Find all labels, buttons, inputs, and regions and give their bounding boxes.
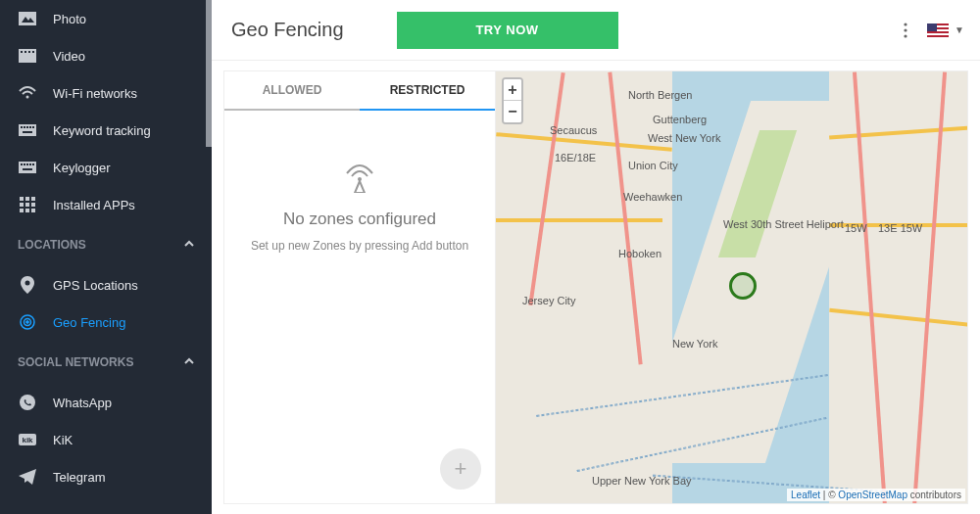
svg-rect-27 xyxy=(31,203,35,207)
osm-link[interactable]: OpenStreetMap xyxy=(838,490,907,500)
svg-rect-0 xyxy=(19,12,36,25)
topbar: Geo Fencing TRY NOW ▼ xyxy=(212,0,980,61)
zoom-in-button[interactable]: + xyxy=(504,79,521,101)
sidebar-item-label: Photo xyxy=(53,12,86,26)
svg-rect-15 xyxy=(19,162,36,173)
svg-rect-3 xyxy=(21,51,23,53)
page-title: Geo Fencing xyxy=(231,19,344,41)
svg-text:kik: kik xyxy=(22,436,33,444)
svg-rect-10 xyxy=(24,126,25,128)
sidebar-item-whatsapp[interactable]: WhatsApp xyxy=(0,384,212,421)
map-label: Upper New York Bay xyxy=(592,475,692,487)
plus-icon: + xyxy=(455,456,467,482)
zoom-control: + − xyxy=(502,77,523,124)
svg-rect-9 xyxy=(21,126,23,128)
empty-subtitle: Set up new Zones by pressing Add button xyxy=(251,239,468,253)
try-now-button[interactable]: TRY NOW xyxy=(397,12,618,49)
svg-point-38 xyxy=(904,23,906,25)
zones-tabs: ALLOWED RESTRICTED xyxy=(224,71,495,111)
sidebar: Photo Video Wi-Fi networks Keyword track… xyxy=(0,0,212,514)
map-label: North Bergen xyxy=(628,89,692,101)
more-menu-button[interactable] xyxy=(894,19,917,42)
tab-restricted[interactable]: RESTRICTED xyxy=(360,71,495,111)
language-selector[interactable]: ▼ xyxy=(927,23,964,37)
keyboard-icon xyxy=(18,124,37,136)
empty-title: No zones configured xyxy=(283,210,436,229)
keyboard-icon xyxy=(18,162,37,173)
svg-point-34 xyxy=(26,321,29,324)
empty-state: No zones configured Set up new Zones by … xyxy=(224,111,495,503)
svg-rect-29 xyxy=(25,209,29,212)
sidebar-item-label: Telegram xyxy=(53,470,105,485)
whatsapp-icon xyxy=(18,394,37,411)
zoom-out-button[interactable]: − xyxy=(504,101,521,122)
sidebar-scrollbar[interactable] xyxy=(206,0,212,147)
sidebar-item-keyword[interactable]: Keyword tracking xyxy=(0,112,212,149)
section-label: SOCIAL NETWORKS xyxy=(18,355,133,369)
sidebar-item-video[interactable]: Video xyxy=(0,37,212,74)
zones-panel: ALLOWED RESTRICTED No zones configured S… xyxy=(223,70,496,504)
sidebar-item-keylogger[interactable]: Keylogger xyxy=(0,149,212,186)
sidebar-item-kik[interactable]: kik KiK xyxy=(0,421,212,458)
map-label: 15W xyxy=(845,222,867,234)
svg-rect-20 xyxy=(32,164,34,165)
content: ALLOWED RESTRICTED No zones configured S… xyxy=(212,61,980,514)
map-label: Weehawken xyxy=(623,191,682,203)
svg-point-39 xyxy=(904,28,906,31)
sidebar-section-locations[interactable]: LOCATIONS xyxy=(0,223,212,266)
map-label: Jersey City xyxy=(522,295,575,306)
sidebar-item-photo[interactable]: Photo xyxy=(0,0,212,37)
svg-rect-14 xyxy=(23,131,32,133)
us-flag-icon xyxy=(927,23,949,37)
svg-rect-26 xyxy=(25,203,29,207)
map[interactable]: North BergenSecaucusGuttenbergWest New Y… xyxy=(496,70,968,504)
sidebar-top-list: Photo Video Wi-Fi networks Keyword track… xyxy=(0,0,212,223)
sidebar-item-label: Geo Fencing xyxy=(53,315,125,330)
sidebar-item-telegram[interactable]: Telegram xyxy=(0,458,212,495)
svg-rect-5 xyxy=(28,51,30,53)
sidebar-item-label: GPS Locations xyxy=(53,278,138,293)
map-label: New York xyxy=(672,338,717,350)
leaflet-link[interactable]: Leaflet xyxy=(791,490,820,500)
sidebar-item-label: Installed APPs xyxy=(53,198,135,212)
photo-icon xyxy=(18,12,37,25)
sidebar-item-apps[interactable]: Installed APPs xyxy=(0,186,212,223)
svg-rect-6 xyxy=(32,51,34,53)
svg-rect-28 xyxy=(20,209,24,212)
kik-icon: kik xyxy=(18,434,37,445)
sidebar-item-gps[interactable]: GPS Locations xyxy=(0,266,212,304)
map-label: Union City xyxy=(628,160,678,171)
svg-rect-21 xyxy=(23,168,32,170)
geofence-marker[interactable] xyxy=(729,272,757,300)
sidebar-item-geofencing[interactable]: Geo Fencing xyxy=(0,304,212,341)
sidebar-item-label: Wi-Fi networks xyxy=(53,86,137,101)
svg-rect-25 xyxy=(20,203,24,207)
sidebar-item-label: KiK xyxy=(53,433,73,447)
svg-point-40 xyxy=(904,34,906,37)
svg-rect-13 xyxy=(32,126,34,128)
svg-rect-17 xyxy=(24,164,25,165)
svg-rect-12 xyxy=(29,126,31,128)
target-icon xyxy=(18,313,37,331)
sidebar-item-label: Keyword tracking xyxy=(53,123,151,138)
chevron-up-icon xyxy=(182,354,198,370)
sidebar-item-wifi[interactable]: Wi-Fi networks xyxy=(0,74,212,112)
sidebar-social-list: WhatsApp kik KiK Telegram xyxy=(0,384,212,495)
svg-rect-30 xyxy=(31,209,35,212)
sidebar-section-social[interactable]: SOCIAL NETWORKS xyxy=(0,341,212,384)
sidebar-item-label: Keylogger xyxy=(53,161,111,175)
svg-rect-19 xyxy=(29,164,31,165)
wifi-icon xyxy=(18,86,37,100)
chevron-up-icon xyxy=(182,237,198,253)
sidebar-item-label: WhatsApp xyxy=(53,396,112,410)
map-label: Hoboken xyxy=(618,248,662,259)
map-label: 13E 15W xyxy=(878,222,922,234)
sidebar-item-label: Video xyxy=(53,49,85,64)
grid-icon xyxy=(18,197,37,212)
svg-rect-22 xyxy=(20,197,24,201)
svg-rect-23 xyxy=(25,197,29,201)
antenna-icon xyxy=(343,164,376,196)
tab-allowed[interactable]: ALLOWED xyxy=(224,71,360,111)
add-zone-button[interactable]: + xyxy=(440,448,481,490)
map-attribution: Leaflet | © OpenStreetMap contributors xyxy=(787,489,965,501)
